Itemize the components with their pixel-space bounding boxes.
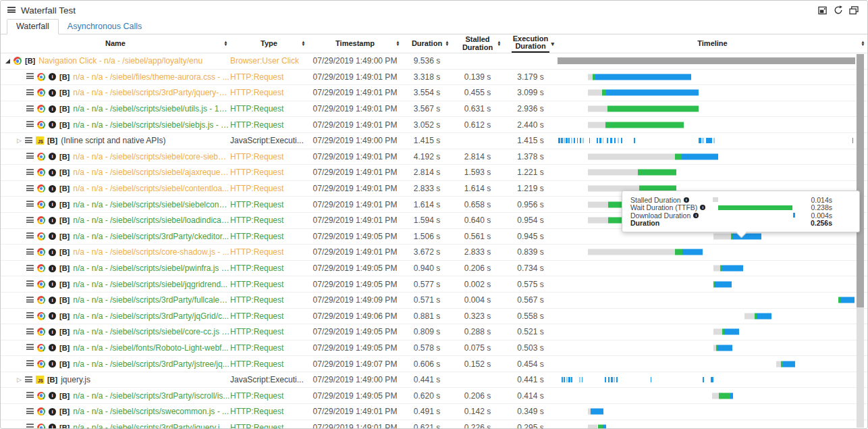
table-row[interactable]: i[B]n/a - n/a - /siebel/fonts/Roboto-Lig… [1, 340, 867, 357]
timeline-bar[interactable] [840, 297, 855, 303]
details-icon[interactable] [26, 73, 34, 80]
details-icon[interactable] [26, 185, 34, 193]
info-icon[interactable]: i [49, 344, 56, 351]
tab-asynchronous-calls[interactable]: Asynchronous Calls [59, 20, 151, 34]
timeline-bar[interactable] [713, 138, 715, 143]
timeline-bar[interactable] [558, 138, 560, 143]
info-icon[interactable]: i [49, 232, 56, 240]
info-icon[interactable]: i [684, 197, 689, 203]
details-icon[interactable] [25, 376, 32, 384]
table-row[interactable]: i[B]n/a - n/a - /siebel/files/theme-auro… [1, 70, 867, 86]
info-icon[interactable]: i [49, 408, 56, 415]
details-icon[interactable] [26, 344, 34, 351]
details-icon[interactable] [26, 121, 34, 128]
info-icon[interactable]: i [49, 328, 56, 336]
row-name-link[interactable]: n/a - n/a - /siebel/scripts/3rdParty/ful… [73, 295, 230, 305]
timeline-bar[interactable] [682, 249, 703, 255]
timeline-bar[interactable] [713, 266, 720, 272]
timeline-bar[interactable] [783, 361, 795, 367]
timeline-bar[interactable] [610, 138, 612, 143]
table-row[interactable]: ▷JS[B](Inline script and native APIs)Jav… [1, 133, 867, 149]
timeline-bar[interactable] [558, 57, 855, 64]
table-row[interactable]: i[B]n/a - n/a - /siebel/scripts/3rdParty… [1, 388, 867, 404]
timeline-bar[interactable] [588, 122, 605, 128]
timeline-bar[interactable] [574, 138, 575, 143]
timeline-bar[interactable] [589, 138, 591, 143]
timeline-bar[interactable] [675, 249, 682, 255]
row-name-link[interactable]: jquery.js [61, 375, 90, 384]
info-icon[interactable]: i [49, 280, 56, 288]
timeline-bar[interactable] [580, 138, 582, 143]
info-icon[interactable]: i [49, 105, 56, 113]
timeline-bar[interactable] [682, 153, 717, 159]
timeline-bar[interactable] [577, 138, 578, 143]
info-icon[interactable]: i [49, 121, 56, 128]
details-icon[interactable] [26, 89, 34, 97]
timeline-bar[interactable] [603, 424, 606, 429]
refresh-button[interactable] [833, 5, 844, 16]
row-name-link[interactable]: (Inline script and native APIs) [61, 136, 165, 145]
timeline-bar[interactable] [638, 170, 676, 176]
timeline-bar[interactable] [706, 138, 713, 143]
row-name-link[interactable]: n/a - n/a - /siebel/scripts/3rdParty/isc… [73, 391, 229, 401]
timeline-bar[interactable] [757, 313, 771, 319]
row-name-link[interactable]: n/a - n/a - /siebel/scripts/3rdParty/jst… [73, 359, 229, 369]
row-name-link[interactable]: n/a - n/a - /siebel/scripts/siebel/jqgri… [73, 280, 227, 289]
timeline-bar[interactable] [744, 313, 755, 319]
table-row[interactable]: i[B]n/a - n/a - /siebel/scripts/3rdParty… [1, 356, 867, 372]
timeline-bar[interactable] [595, 74, 691, 80]
info-icon[interactable]: i [49, 392, 56, 399]
details-icon[interactable] [26, 201, 34, 208]
info-icon[interactable]: i [49, 424, 56, 429]
timeline-bar[interactable] [603, 138, 604, 143]
details-icon[interactable] [26, 408, 34, 415]
timeline-bar[interactable] [591, 409, 603, 415]
sort-icon[interactable]: ▴▾ [446, 41, 448, 47]
row-name-link[interactable]: n/a - n/a - /siebel/scripts/3rdParty/jqG… [73, 311, 229, 321]
scrollbar-thumb[interactable] [857, 54, 864, 307]
details-icon[interactable] [26, 312, 34, 320]
timeline-bar[interactable] [588, 201, 608, 207]
row-name-link[interactable]: n/a - n/a - /siebel/scripts/siebel/loadi… [73, 216, 230, 225]
row-name-link[interactable]: n/a - n/a - /siebel/scripts/siebel/pwinf… [73, 263, 230, 273]
row-name-link[interactable]: n/a - n/a - /siebel/scripts/3rdParty/jqu… [73, 88, 230, 97]
timeline-bar[interactable] [582, 138, 584, 143]
info-icon[interactable]: i [49, 217, 56, 224]
table-row[interactable]: i[B]n/a - n/a - /siebel/scripts/core-sha… [1, 245, 867, 261]
timeline-bar[interactable] [566, 377, 568, 382]
timeline-bar[interactable] [571, 138, 572, 143]
details-icon[interactable] [25, 137, 32, 145]
timeline-bar[interactable] [568, 377, 570, 382]
details-icon[interactable] [26, 424, 34, 429]
info-icon[interactable]: i [49, 312, 56, 320]
timeline-bar[interactable] [588, 424, 597, 429]
table-row[interactable]: [B]Navigation Click - n/a - /siebel/app/… [1, 53, 867, 70]
row-name-link[interactable]: n/a - n/a - /siebel/scripts/siebel/ajaxr… [73, 168, 230, 177]
table-row[interactable]: i[B]n/a - n/a - /siebel/scripts/swecommo… [1, 404, 867, 420]
sort-icon[interactable]: ▴▾ [397, 41, 399, 47]
table-row[interactable]: i[B]n/a - n/a - /siebel/scripts/siebel/c… [1, 149, 867, 166]
info-icon[interactable]: i [49, 360, 56, 368]
timeline-bar[interactable] [566, 138, 568, 143]
row-name-link[interactable]: n/a - n/a - /siebel/scripts/siebel/siebe… [73, 200, 230, 209]
row-name-link[interactable]: n/a - n/a - /siebel/scripts/core-shadow.… [73, 247, 229, 257]
info-icon[interactable]: i [49, 265, 56, 272]
timeline-bar[interactable] [598, 424, 603, 429]
row-name-link[interactable]: n/a - n/a - /siebel/files/theme-aurora.c… [73, 72, 229, 82]
timeline-bar[interactable] [588, 153, 675, 159]
timeline-bar[interactable] [715, 281, 732, 287]
table-row[interactable]: i[B]n/a - n/a - /siebel/scripts/3rdParty… [1, 309, 867, 325]
timeline-bar[interactable] [675, 153, 682, 159]
table-row[interactable]: i[B]n/a - n/a - /siebel/scripts/siebel/s… [1, 117, 867, 133]
sort-desc-icon[interactable]: ▾ [551, 41, 554, 47]
timeline-bar[interactable] [621, 138, 622, 143]
row-name-link[interactable]: n/a - n/a - /siebel/scripts/3rdParty/jqu… [73, 423, 230, 429]
export-image-button[interactable] [817, 5, 828, 16]
table-row[interactable]: i[B]n/a - n/a - /siebel/scripts/siebel/c… [1, 324, 867, 340]
timeline-bar[interactable] [616, 377, 618, 382]
timeline-bar[interactable] [564, 377, 565, 382]
timeline-bar[interactable] [724, 329, 739, 335]
timeline-bar[interactable] [564, 138, 565, 143]
details-icon[interactable] [26, 265, 34, 272]
row-name-link[interactable]: n/a - n/a - /siebel/scripts/swecommon.js… [73, 407, 229, 416]
